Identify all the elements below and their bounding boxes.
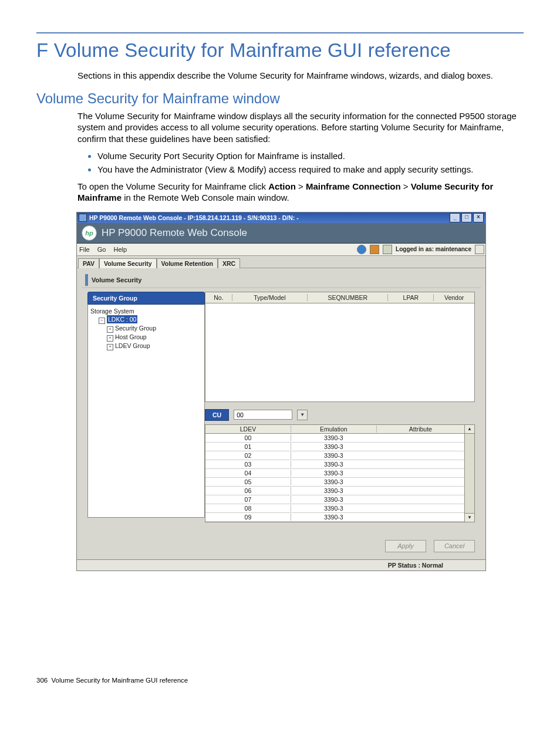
col-typemodel[interactable]: Type/Model: [232, 294, 308, 301]
hp-logo-icon: hp: [82, 225, 97, 241]
tree-root[interactable]: Storage System: [90, 307, 202, 315]
table-row[interactable]: 003390-3: [205, 434, 464, 443]
expand-icon[interactable]: +: [107, 326, 113, 333]
table-row[interactable]: 033390-3: [205, 460, 464, 469]
col-lpar[interactable]: LPAR: [388, 294, 434, 301]
collapse-icon[interactable]: −: [99, 318, 105, 324]
col-vendor[interactable]: Vendor: [434, 294, 474, 301]
tab-pav[interactable]: PAV: [78, 258, 99, 268]
window-title: HP P9000 Remote Web Console - IP:158.214…: [89, 214, 299, 221]
window-titlebar: HP P9000 Remote Web Console - IP:158.214…: [77, 212, 485, 223]
ldev-grid[interactable]: LDEV Emulation Attribute 003390-3013390-…: [205, 424, 465, 522]
tab-xrc[interactable]: XRC: [218, 258, 240, 268]
table-row[interactable]: 043390-3: [205, 469, 464, 478]
col-emulation[interactable]: Emulation: [291, 426, 376, 433]
section-paragraph-2: To open the Volume Security for Mainfram…: [77, 181, 524, 203]
tab-volume-retention[interactable]: Volume Retention: [157, 258, 218, 268]
dock-icon[interactable]: [475, 245, 484, 254]
tree-view[interactable]: Storage System −LDKC : 00 +Security Grou…: [87, 305, 205, 518]
table-row[interactable]: 073390-3: [205, 495, 464, 504]
upper-grid-header: No. Type/Model SEQNUMBER LPAR Vendor: [205, 292, 475, 303]
cu-input[interactable]: [234, 410, 292, 420]
scroll-track[interactable]: [465, 434, 474, 513]
alert-icon[interactable]: [370, 245, 379, 254]
tree-node-ldev-group[interactable]: LDEV Group: [115, 342, 150, 349]
table-row[interactable]: 063390-3: [205, 487, 464, 495]
col-ldev[interactable]: LDEV: [205, 426, 291, 433]
left-tab-security-group[interactable]: Security Group: [87, 292, 205, 305]
table-row[interactable]: 083390-3: [205, 504, 464, 513]
col-seqnumber[interactable]: SEQNUMBER: [308, 294, 388, 301]
table-row[interactable]: 053390-3: [205, 478, 464, 487]
table-row[interactable]: 093390-3: [205, 513, 464, 522]
maximize-button[interactable]: □: [461, 213, 472, 222]
brand-bar: hp HP P9000 Remote Web Console: [77, 223, 485, 244]
expand-icon[interactable]: +: [107, 335, 113, 342]
scroll-up-icon[interactable]: ▲: [465, 425, 474, 434]
window-favicon: [79, 214, 87, 222]
edit-icon[interactable]: [383, 245, 392, 254]
status-icon[interactable]: [357, 245, 366, 254]
menu-help[interactable]: Help: [114, 246, 127, 253]
page-footer: 306 Volume Security for Mainframe GUI re…: [36, 677, 524, 684]
logged-in-text: Logged in as: maintenance: [396, 246, 471, 252]
panel-title: Volume Security: [85, 274, 481, 286]
tree-node-security-group[interactable]: Security Group: [115, 325, 156, 332]
col-attribute[interactable]: Attribute: [376, 426, 464, 433]
section-heading: Volume Security for Mainframe window: [36, 90, 524, 107]
menu-go[interactable]: Go: [97, 246, 106, 253]
scroll-down-icon[interactable]: ▼: [465, 513, 474, 522]
intro-paragraph: Sections in this appendix describe the V…: [77, 70, 524, 81]
col-no[interactable]: No.: [205, 294, 232, 301]
expand-icon[interactable]: +: [107, 344, 113, 350]
scrollbar[interactable]: ▲ ▼: [465, 424, 475, 522]
table-row[interactable]: 013390-3: [205, 443, 464, 451]
cu-label: CU: [205, 409, 229, 421]
cu-dropdown-button[interactable]: ▼: [297, 410, 308, 420]
minimize-button[interactable]: _: [450, 213, 460, 222]
table-row[interactable]: 023390-3: [205, 451, 464, 460]
tab-volume-security[interactable]: Volume Security: [99, 258, 157, 268]
bullet-item: Volume Security Port Security Option for…: [97, 150, 524, 161]
bullet-item: You have the Administrator (View & Modif…: [97, 164, 524, 175]
status-text: PP Status : Normal: [388, 562, 443, 569]
upper-grid-body[interactable]: [205, 303, 475, 402]
cancel-button[interactable]: Cancel: [434, 540, 475, 552]
tree-node-ldkc[interactable]: LDKC : 00: [107, 315, 137, 323]
menu-file[interactable]: File: [79, 246, 90, 253]
application-window: HP P9000 Remote Web Console - IP:158.214…: [76, 212, 486, 571]
section-paragraph-1: The Volume Security for Mainframe window…: [77, 110, 524, 144]
tree-node-host-group[interactable]: Host Group: [115, 333, 147, 340]
apply-button[interactable]: Apply: [385, 540, 426, 552]
close-button[interactable]: ×: [473, 213, 484, 222]
brand-text: HP P9000 Remote Web Console: [102, 227, 247, 239]
page-title: F Volume Security for Mainframe GUI refe…: [36, 39, 524, 62]
